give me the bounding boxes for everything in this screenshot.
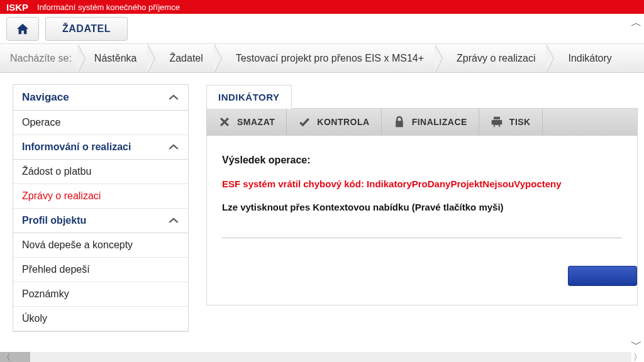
scroll-right-icon[interactable]: 〉 <box>631 352 644 362</box>
check-label: KONTROLA <box>317 117 369 127</box>
scroll-up-icon[interactable]: ︿ <box>630 16 643 29</box>
sidebar-item-poznamky[interactable]: Poznámky <box>13 282 188 307</box>
content-area: INDIKÁTORY SMAZAT KONTROLA FINALIZACE TI… <box>206 84 644 332</box>
breadcrumb-item-4[interactable]: Indikátory <box>554 44 623 72</box>
sidebar-item-zadost-o-platbu[interactable]: Žádost o platbu <box>13 160 188 184</box>
chevron-up-icon <box>168 94 179 101</box>
check-icon <box>298 116 311 128</box>
applicant-button-label: ŽADATEL <box>62 23 111 35</box>
result-label: Výsledek operace: <box>222 155 622 166</box>
error-message: ESF systém vrátil chybový kód: Indikator… <box>222 178 622 189</box>
sidebar-item-nova-depese[interactable]: Nová depeše a koncepty <box>13 233 188 258</box>
action-bar: SMAZAT KONTROLA FINALIZACE TISK <box>206 108 638 136</box>
confirm-button[interactable] <box>568 266 637 286</box>
print-icon <box>491 116 503 128</box>
home-icon <box>16 22 30 36</box>
delete-button[interactable]: SMAZAT <box>207 109 287 135</box>
breadcrumb: Nacházíte se: Nástěnka Žadatel Testovací… <box>0 44 644 73</box>
divider <box>222 238 622 238</box>
sidebar-item-ukoly[interactable]: Úkoly <box>13 307 188 331</box>
sidebar: Navigace Operace Informování o realizaci… <box>13 84 189 332</box>
check-button[interactable]: KONTROLA <box>287 109 381 135</box>
sidebar-section-label: Informování o realizaci <box>22 141 131 153</box>
app-logo: ISKP <box>6 2 28 13</box>
print-button[interactable]: TISK <box>479 109 543 135</box>
print-label: TISK <box>509 117 531 127</box>
breadcrumb-item-1[interactable]: Žadatel <box>155 44 214 72</box>
home-button[interactable] <box>6 17 39 41</box>
sidebar-section-navigace[interactable]: Navigace <box>13 85 188 111</box>
chevron-up-icon <box>168 217 179 224</box>
delete-label: SMAZAT <box>237 117 275 127</box>
print-note: Lze vytisknout přes Kontextovou nabídku … <box>222 202 622 212</box>
close-icon <box>218 116 231 128</box>
breadcrumb-item-2[interactable]: Testovací projekt pro přenos EIS x MS14+ <box>222 44 435 72</box>
breadcrumb-label: Nacházíte se: <box>10 53 72 64</box>
tab-label: INDIKÁTORY <box>218 92 280 102</box>
sidebar-section-informovani[interactable]: Informování o realizaci <box>13 135 188 160</box>
horizontal-scrollbar[interactable] <box>0 352 631 362</box>
breadcrumb-item-3[interactable]: Zprávy o realizaci <box>443 44 547 72</box>
scroll-left-icon[interactable]: 〈 <box>0 352 13 362</box>
app-header: ISKP Informační systém konečného příjemc… <box>0 0 644 14</box>
sidebar-item-prehled-depesi[interactable]: Přehled depeší <box>13 258 188 282</box>
lock-icon <box>393 116 406 128</box>
sidebar-item-operace[interactable]: Operace <box>13 111 188 135</box>
sidebar-item-zpravy-o-realizaci[interactable]: Zprávy o realizaci <box>13 184 188 209</box>
app-title: Informační systém konečného příjemce <box>37 3 180 12</box>
applicant-button[interactable]: ŽADATEL <box>45 17 128 41</box>
result-panel: Výsledek operace: ESF systém vrátil chyb… <box>206 136 638 305</box>
sidebar-section-label: Navigace <box>22 91 69 104</box>
finalize-label: FINALIZACE <box>412 117 467 127</box>
top-toolbar: ŽADATEL <box>0 14 644 44</box>
chevron-up-icon <box>168 143 179 151</box>
sidebar-section-label: Profil objektu <box>22 215 86 226</box>
finalize-button[interactable]: FINALIZACE <box>382 109 479 135</box>
tab-indikatory[interactable]: INDIKÁTORY <box>206 85 292 109</box>
sidebar-section-profil[interactable]: Profil objektu <box>13 209 188 233</box>
breadcrumb-item-0[interactable]: Nástěnka <box>86 44 148 72</box>
scroll-down-icon[interactable]: ﹀ <box>630 338 643 351</box>
